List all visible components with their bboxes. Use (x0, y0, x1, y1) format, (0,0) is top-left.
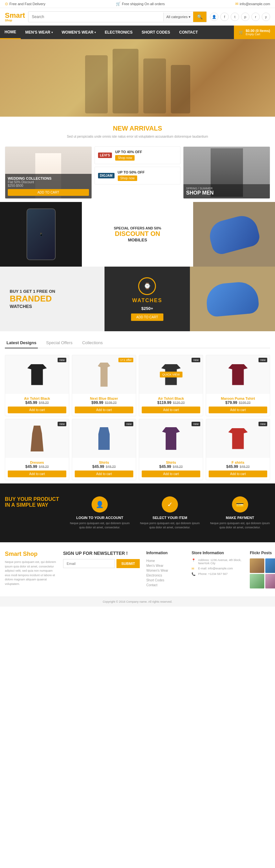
footer-logo-col: Smart Shop Neque porro quisquam est, qui… (5, 551, 57, 588)
digjam-row: DIGJAM UP TO 50% OFF Shop now (94, 167, 181, 185)
product-price-7: $45.99$48.23 (142, 464, 200, 469)
footer-link-electronics[interactable]: Electronics (146, 573, 185, 578)
product-name-3[interactable]: Air Tshirt Black (142, 397, 200, 400)
twitter-icon[interactable]: t (231, 12, 239, 21)
top-bar: ⊙ Free and Fast Delivery 🛒 Free shipping… (0, 0, 275, 8)
payment-step-title: MAKE PAYMENT (210, 516, 270, 520)
rss-icon[interactable]: r (251, 12, 260, 21)
product-card-2: 1+1 offer Next Blue Blazer $99.99$109.23… (72, 355, 136, 416)
digjam-brand-badge: DIGJAM (98, 173, 114, 178)
product-name-5[interactable]: Dresses (8, 461, 66, 464)
product-name-7[interactable]: Shirts (142, 461, 200, 464)
add-to-cart-btn-2[interactable]: Add to cart (75, 406, 133, 413)
add-to-cart-btn-1[interactable]: Add to cart (8, 406, 66, 413)
newsletter-email-input[interactable] (63, 559, 115, 568)
wedding-title: WEDDING COLLECTIONS (8, 177, 89, 180)
wedding-add-to-cart-btn[interactable]: ADD TO CART (8, 189, 89, 196)
nav-womens-wear[interactable]: WOMEN'S WEAR ▾ (57, 26, 100, 38)
quick-view-btn[interactable]: QUICK VIEW (160, 372, 182, 377)
tab-special-offers[interactable]: Special Offers (44, 338, 74, 348)
payment-step-desc: Neque porro quisquam est, qui dolorem ip… (210, 521, 270, 529)
email-text: info@example.com (240, 2, 270, 6)
footer-store-email: ✉ E-mail: info@example.com (192, 567, 243, 570)
tab-latest-designs[interactable]: Latest Designs (5, 338, 38, 348)
add-to-cart-btn-4[interactable]: Add to cart (209, 406, 267, 413)
shop-men-card: SPRING / SUMMER SHOP MEN (183, 146, 270, 199)
add-to-cart-btn-3[interactable]: Add to cart (142, 406, 200, 413)
add-to-cart-btn-6[interactable]: Add to cart (75, 470, 133, 477)
shop-men-season: SPRING / SUMMER (186, 187, 267, 190)
tshirt-black-icon (28, 364, 47, 385)
new-arrivals-subtitle: Sed ut perspiciatis unde omnis iste natu… (0, 135, 275, 143)
blazer-icon (95, 363, 113, 387)
product-name-1[interactable]: Air Tshirt Black (8, 397, 66, 400)
phone-visual: 📱 (27, 209, 56, 260)
footer: Smart Shop Neque porro quisquam est, qui… (0, 542, 275, 596)
newsletter-form: SUBMIT (63, 559, 140, 568)
newsletter-submit-btn[interactable]: SUBMIT (116, 559, 140, 568)
watches-add-to-cart-btn[interactable]: ADD TO CART (131, 313, 163, 321)
nav-mens-wear[interactable]: MEN'S WEAR ▾ (21, 26, 57, 38)
how-headline2: IN A SIMPLE WAY (5, 502, 63, 508)
product-name-2[interactable]: Next Blue Blazer (75, 397, 133, 400)
footer-link-womens[interactable]: Women's Wear (146, 568, 185, 573)
wedding-card: WEDDING COLLECTIONS Flat 50% Discount $2… (5, 146, 92, 199)
add-to-cart-btn-7[interactable]: Add to cart (142, 470, 200, 477)
pinterest-icon[interactable]: p (241, 12, 249, 21)
flickr-thumb-1[interactable] (250, 558, 264, 573)
facebook-icon[interactable]: f (220, 12, 229, 21)
footer-link-home[interactable]: Home (146, 558, 185, 563)
user-icon[interactable]: 👤 (210, 12, 218, 21)
nav-electronics[interactable]: ELECTRONICS (100, 26, 137, 38)
search-input[interactable] (28, 12, 163, 21)
digjam-offer: UP TO 50% OFF (118, 170, 145, 174)
buy-line1: BUY 1 GET 1 FREE ON (10, 289, 55, 294)
nav-home[interactable]: HOME (0, 26, 21, 39)
product-card-6: new Shirts $45.99$48.23 Add to cart (72, 419, 136, 480)
digjam-shop-btn[interactable]: Shop now (118, 176, 137, 181)
select-step-desc: Neque porro quisquam est, qui dolorem ip… (140, 521, 200, 529)
how-headline1: BUY YOUR PRODUCT (5, 496, 63, 502)
footer-link-short-codes[interactable]: Short Codes (146, 578, 185, 583)
levis-shop-btn[interactable]: Shop now (115, 155, 135, 161)
copyright-text: Copyright © 2016 Company name. All right… (103, 600, 172, 603)
new-arrivals-section: NEW ARRIVALS Sed ut perspiciatis unde om… (0, 117, 275, 202)
delivery-text: Free and Fast Delivery (9, 2, 45, 6)
promo-section: 📱 SPECIAL OFFERS AND 50% DISCOUNT ON MOB… (0, 202, 275, 267)
shoe-visual (207, 212, 262, 256)
footer-store-address: 📍 Address: 1236 Avenue, 4th block, NewYo… (192, 558, 243, 565)
arrivals-highlight: NEW (113, 125, 128, 132)
flickr-thumb-2[interactable] (265, 558, 275, 573)
nav-contact[interactable]: CONTACT (175, 26, 202, 38)
add-to-cart-btn-5[interactable]: Add to cart (8, 470, 66, 477)
tab-collections[interactable]: Collections (81, 338, 105, 348)
search-category-label: All categories (166, 15, 188, 19)
flickr-thumb-4[interactable] (250, 574, 264, 588)
footer-link-contact[interactable]: Contact (146, 583, 185, 588)
shop-men-img: SPRING / SUMMER SHOP MEN (184, 147, 270, 198)
footer-link-mens[interactable]: Men's Wear (146, 563, 185, 568)
add-to-cart-btn-8[interactable]: Add to cart (209, 470, 267, 477)
phone-promo: 📱 (0, 202, 82, 267)
footer-flickr: Flickr Posts (250, 551, 275, 588)
search-category-select[interactable]: All categories ▾ (163, 12, 193, 21)
how-to-buy-section: BUY YOUR PRODUCT IN A SIMPLE WAY 👤 LOGIN… (0, 484, 275, 542)
search-bar[interactable]: All categories ▾ 🔍 (28, 11, 207, 22)
header-social-icons: 👤 f t p r y (210, 12, 270, 21)
nav-cart[interactable]: 🛒 $0.00 (0 Items) Empty Cart (234, 26, 275, 39)
arrivals-rest: ARRIVALS (128, 125, 162, 132)
watch-visual: ⌚ (138, 277, 156, 295)
flickr-thumb-5[interactable] (265, 574, 275, 588)
search-button[interactable]: 🔍 (193, 12, 207, 22)
login-icon: 👤 (91, 496, 108, 513)
product-name-6[interactable]: Shirts (75, 461, 133, 464)
nav-short-codes[interactable]: SHORT CODES (137, 26, 175, 38)
product-name-4[interactable]: Maroon Puma Tshirt (209, 397, 267, 400)
shoe-promo (193, 202, 275, 267)
product-price-6: $45.99$48.23 (75, 464, 133, 469)
product-price-4: $79.99$100.23 (209, 400, 267, 405)
featured-grid: WEDDING COLLECTIONS Flat 50% Discount $2… (0, 143, 275, 202)
youtube-icon[interactable]: y (262, 12, 270, 21)
select-icon: ✓ (162, 496, 178, 513)
product-name-8[interactable]: F shirts (209, 461, 267, 464)
